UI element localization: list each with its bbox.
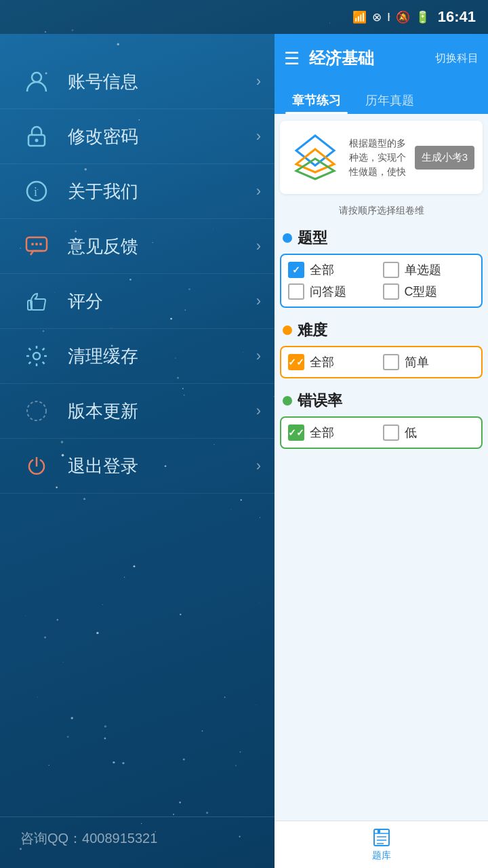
wifi-icon: 📶 xyxy=(352,10,367,24)
sidebar-item-update[interactable]: 版本更新 › xyxy=(0,384,274,439)
mute-icon: 🔕 xyxy=(396,10,410,24)
update-label: 版本更新 xyxy=(68,399,256,423)
svg-marker-14 xyxy=(296,149,334,172)
diff-easy-item[interactable]: 简单 xyxy=(383,354,475,370)
svg-rect-18 xyxy=(378,829,380,833)
feedback-arrow: › xyxy=(256,237,261,255)
type-qa-item[interactable]: 问答题 xyxy=(288,283,380,300)
chat-icon xyxy=(20,230,53,262)
account-arrow: › xyxy=(256,73,261,90)
about-arrow: › xyxy=(256,182,261,200)
type-single-checkbox[interactable] xyxy=(383,262,399,278)
error-low-item[interactable]: 低 xyxy=(383,425,475,441)
account-label: 账号信息 xyxy=(68,70,256,94)
generate-quiz-button[interactable]: 生成小考3 xyxy=(415,146,474,170)
panel-title: 经济基础 xyxy=(309,47,435,69)
svg-marker-15 xyxy=(296,159,334,179)
svg-point-10 xyxy=(33,353,40,359)
type-ctype-checkbox[interactable] xyxy=(383,283,399,300)
quiz-card: 根据题型的多种选，实现个性做题，使快 生成小考3 xyxy=(280,121,483,194)
svg-point-2 xyxy=(35,139,39,142)
cache-arrow: › xyxy=(256,347,261,365)
book-icon xyxy=(371,827,392,848)
sidebar-footer: 咨询QQ：4008915321 xyxy=(0,816,274,868)
error-all-item[interactable]: ✓ 全部 xyxy=(288,425,380,441)
contact-qq: 咨询QQ：4008915321 xyxy=(20,831,157,846)
type-checkbox-group: 全部 单选题 问答题 C型题 xyxy=(280,254,483,308)
nav-question-bank-label: 题库 xyxy=(372,850,391,862)
type-ctype-item[interactable]: C型题 xyxy=(383,283,475,300)
sidebar-item-feedback[interactable]: 意见反馈 › xyxy=(0,219,274,274)
sidebar-item-password[interactable]: 修改密码 › xyxy=(0,109,274,164)
cache-label: 清理缓存 xyxy=(68,344,256,368)
power-icon xyxy=(20,450,53,482)
rate-arrow: › xyxy=(256,292,261,310)
section-errorrate-title: 错误率 xyxy=(274,384,488,414)
diff-all-checkbox[interactable]: ✓ xyxy=(288,354,304,370)
nav-item-question-bank[interactable]: 题库 xyxy=(361,827,403,862)
update-icon xyxy=(20,395,53,427)
signal-icon: Ⅰ xyxy=(387,10,390,24)
update-arrow: › xyxy=(256,402,261,420)
type-qa-checkbox[interactable] xyxy=(288,283,304,300)
status-time: 16:41 xyxy=(438,8,476,26)
tab-chapter[interactable]: 章节练习 xyxy=(280,83,353,114)
svg-point-11 xyxy=(27,401,46,420)
diff-easy-checkbox[interactable] xyxy=(383,354,399,370)
block-icon: ⊗ xyxy=(372,10,382,24)
tab-bar: 章节练习 历年真题 xyxy=(274,83,488,114)
bottom-nav: 题库 xyxy=(274,821,488,868)
panel-content: 根据题型的多种选，实现个性做题，使快 生成小考3 请按顺序选择组卷维 题型 全部… xyxy=(274,114,488,821)
thumb-icon xyxy=(20,285,53,317)
svg-point-6 xyxy=(31,243,34,245)
section-difficulty-title: 难度 xyxy=(274,313,488,343)
switch-subject[interactable]: 切换科目 xyxy=(435,52,479,66)
quiz-logo xyxy=(288,130,342,184)
hamburger-icon[interactable]: ☰ xyxy=(284,48,300,69)
svg-marker-13 xyxy=(296,136,334,165)
type-dot xyxy=(283,233,292,243)
difficulty-dot xyxy=(283,326,292,335)
password-label: 修改密码 xyxy=(68,125,256,149)
panel-header: ☰ 经济基础 切换科目 xyxy=(274,34,488,83)
error-all-checkbox[interactable]: ✓ xyxy=(288,425,304,441)
sidebar-item-account[interactable]: 账号信息 › xyxy=(0,54,274,109)
logout-label: 退出登录 xyxy=(68,454,256,478)
type-all-checkbox[interactable] xyxy=(288,262,304,278)
info-icon: i xyxy=(20,175,53,208)
diff-all-item[interactable]: ✓ 全部 xyxy=(288,354,380,370)
svg-point-0 xyxy=(32,73,41,82)
difficulty-checkbox-group: ✓ 全部 简单 xyxy=(280,346,483,378)
lock-icon xyxy=(20,120,53,153)
right-panel: ☰ 经济基础 切换科目 章节练习 历年真题 根据题型的多种选，实现个性做 xyxy=(274,34,488,868)
sidebar: 账号信息 › 修改密码 › i 关于我们 › xyxy=(0,34,274,868)
svg-point-7 xyxy=(35,243,38,245)
about-label: 关于我们 xyxy=(68,180,256,203)
sidebar-item-cache[interactable]: 清理缓存 › xyxy=(0,329,274,384)
svg-text:i: i xyxy=(34,185,37,199)
status-bar: 📶 ⊗ Ⅰ 🔕 🔋 16:41 xyxy=(0,0,488,34)
battery-icon: 🔋 xyxy=(415,10,430,24)
error-low-checkbox[interactable] xyxy=(383,425,399,441)
gear-icon xyxy=(20,340,53,372)
section-type-title: 题型 xyxy=(274,221,488,251)
errorrate-dot xyxy=(283,396,292,406)
tab-past[interactable]: 历年真题 xyxy=(353,83,426,114)
hint-text: 请按顺序选择组卷维 xyxy=(274,201,488,221)
logout-arrow: › xyxy=(256,457,261,475)
status-icons: 📶 ⊗ Ⅰ 🔕 🔋 xyxy=(352,10,430,24)
errorrate-checkbox-group: ✓ 全部 低 xyxy=(280,416,483,449)
user-icon xyxy=(20,65,53,98)
type-single-item[interactable]: 单选题 xyxy=(383,262,475,278)
svg-rect-9 xyxy=(28,300,32,310)
quiz-description: 根据题型的多种选，实现个性做题，使快 xyxy=(349,136,408,179)
rate-label: 评分 xyxy=(68,290,256,313)
sidebar-item-about[interactable]: i 关于我们 › xyxy=(0,164,274,219)
sidebar-item-rate[interactable]: 评分 › xyxy=(0,274,274,329)
feedback-label: 意见反馈 xyxy=(68,235,256,258)
svg-point-8 xyxy=(39,243,42,245)
type-all-item[interactable]: 全部 xyxy=(288,262,380,278)
password-arrow: › xyxy=(256,127,261,145)
sidebar-item-logout[interactable]: 退出登录 › xyxy=(0,439,274,494)
